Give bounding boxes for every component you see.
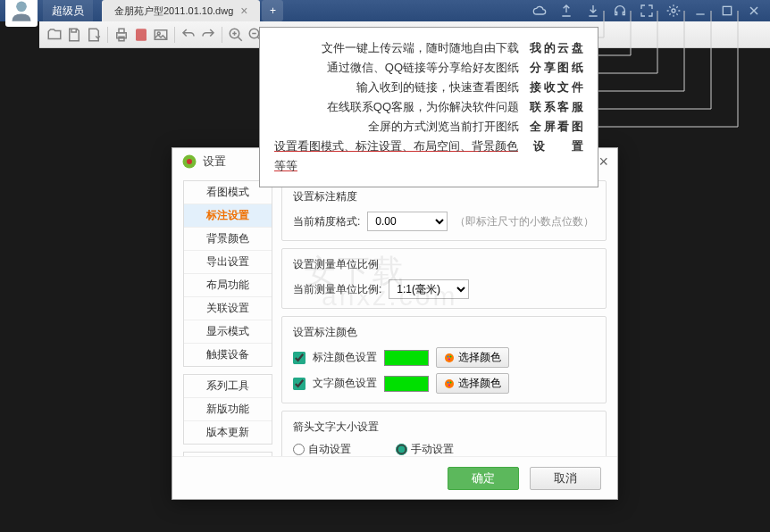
sidebar-item[interactable]: 布局功能 <box>184 274 272 297</box>
ok-button[interactable]: 确定 <box>448 467 519 490</box>
image-icon[interactable] <box>153 27 169 43</box>
svg-point-1 <box>672 9 675 12</box>
palette-icon <box>444 353 455 363</box>
annot-color-check[interactable] <box>293 352 305 364</box>
close-icon[interactable] <box>747 4 761 18</box>
cloud-icon[interactable] <box>532 4 547 18</box>
manual-radio[interactable]: 手动设置 <box>396 442 454 456</box>
fieldset-title: 箭头文字大小设置 <box>289 420 382 435</box>
svg-point-30 <box>448 384 450 386</box>
tooltip-desc: 在线联系QQ客服，为你解决软件问题 <box>327 97 519 117</box>
svg-point-26 <box>448 358 450 360</box>
precision-select[interactable]: 0.00 <box>367 212 448 231</box>
color-fieldset: 设置标注颜色 标注颜色设置 选择颜色 文字颜色设置 选择颜色 <box>281 316 607 403</box>
tooltip-desc: 输入收到的链接，快速查看图纸 <box>356 78 519 97</box>
tooltip-desc: 文件一键上传云端，随时随地自由下载 <box>322 38 519 58</box>
saveas-icon[interactable] <box>86 27 102 43</box>
tooltip-desc: 通过微信、QQ链接等分享给好友图纸 <box>327 58 519 78</box>
arrow-fieldset: 箭头文字大小设置 自动设置 手动设置 标注箭头大小 在屏幕上指定 标注文字大小 … <box>281 411 607 456</box>
minimize-icon[interactable] <box>693 4 707 18</box>
svg-point-24 <box>448 355 449 357</box>
pick-color-button[interactable]: 选择颜色 <box>436 347 509 368</box>
titlebar-right <box>532 4 770 18</box>
precision-fieldset: 设置标注精度 当前精度格式: 0.00 （即标注尺寸的小数点位数） <box>281 180 607 241</box>
cancel-button[interactable]: 取消 <box>530 467 601 490</box>
color-swatch <box>384 350 429 366</box>
tooltip-desc: 设置看图模式、标注设置、布局空间、背景颜色等等 <box>274 137 523 176</box>
svg-line-13 <box>238 37 242 41</box>
open-icon[interactable] <box>46 27 63 43</box>
unit-fieldset: 设置测量单位比例 当前测量单位比例: 1:1(毫米) <box>281 248 607 309</box>
sidebar-item[interactable]: 导出设置 <box>184 251 272 274</box>
fullscreen-icon[interactable] <box>640 4 654 18</box>
settings-icon <box>181 154 197 170</box>
settings-dialog: 设置 × 看图模式 标注设置 背景颜色 导出设置 布局功能 关联设置 显示模式 … <box>172 147 618 500</box>
tooltip-label: 全屏看图 <box>530 117 583 137</box>
zoomin-icon[interactable] <box>228 27 244 43</box>
svg-point-0 <box>16 2 27 12</box>
sidebar-item[interactable]: 新版功能 <box>184 398 272 421</box>
undo-icon[interactable] <box>180 27 197 43</box>
dialog-footer: 确定 取消 <box>172 456 617 499</box>
color-swatch <box>384 376 429 392</box>
tooltip-desc: 全屏的方式浏览当前打开图纸 <box>368 117 519 137</box>
dialog-title: 设置 <box>203 154 226 170</box>
gear-icon[interactable] <box>666 4 681 18</box>
sidebar-item[interactable]: 触摸设备 <box>184 344 272 366</box>
maximize-icon[interactable] <box>720 4 734 18</box>
svg-point-22 <box>187 159 192 164</box>
tooltip-label: 我的云盘 <box>530 38 583 58</box>
label: 文字颜色设置 <box>313 376 377 391</box>
redo-icon[interactable] <box>200 27 216 43</box>
tooltip-label: 分享图纸 <box>530 58 583 78</box>
svg-point-27 <box>445 379 454 388</box>
tooltip-label: 联系客服 <box>530 97 583 117</box>
fieldset-title: 设置标注精度 <box>289 189 361 204</box>
tabs: 金朋苑户型2011.01.10.dwg × + <box>102 0 283 21</box>
sidebar-item[interactable]: 系列工具 <box>184 375 272 398</box>
user-label[interactable]: 超级员 <box>43 0 93 21</box>
fieldset-title: 设置测量单位比例 <box>289 257 382 272</box>
tooltip-panel: 文件一键上传云端，随时随地自由下载我的云盘 通过微信、QQ链接等分享给好友图纸分… <box>259 27 598 187</box>
palette-icon <box>444 378 455 389</box>
tab-new[interactable]: + <box>262 0 283 21</box>
tab-active[interactable]: 金朋苑户型2011.01.10.dwg × <box>102 0 260 21</box>
unit-select[interactable]: 1:1(毫米) <box>389 279 469 299</box>
tooltip-label: 接收文件 <box>530 78 583 97</box>
tab-label: 金朋苑户型2011.01.10.dwg <box>114 4 233 18</box>
hint: （即标注尺寸的小数点位数） <box>455 214 594 229</box>
sidebar-item[interactable]: 版本更新 <box>184 421 272 444</box>
close-icon[interactable]: × <box>598 153 608 171</box>
download-icon[interactable] <box>586 4 600 18</box>
text-color-check[interactable] <box>293 378 305 390</box>
sidebar-item[interactable]: 标注设置 <box>184 204 272 228</box>
close-icon[interactable]: × <box>240 4 247 18</box>
label: 当前精度格式: <box>293 214 360 229</box>
sidebar-item[interactable]: 显示模式 <box>184 320 272 344</box>
upload-icon[interactable] <box>559 4 573 18</box>
sidebar-item[interactable]: 背景颜色 <box>184 228 272 251</box>
headset-icon[interactable] <box>613 4 627 18</box>
svg-point-25 <box>450 355 452 357</box>
svg-rect-3 <box>723 6 731 14</box>
svg-point-23 <box>445 353 454 362</box>
dialog-main: 设置标注精度 当前精度格式: 0.00 （即标注尺寸的小数点位数） 设置测量单位… <box>281 180 607 456</box>
svg-point-28 <box>448 381 449 383</box>
tooltip-label: 设 置 <box>533 137 583 176</box>
dialog-sidebar: 看图模式 标注设置 背景颜色 导出设置 布局功能 关联设置 显示模式 触摸设备 … <box>183 180 272 456</box>
label: 当前测量单位比例: <box>293 282 381 297</box>
label: 标注颜色设置 <box>313 350 377 365</box>
sidebar-item[interactable]: 关联设置 <box>184 297 272 320</box>
titlebar: 超级员 金朋苑户型2011.01.10.dwg × + <box>0 0 770 21</box>
svg-rect-7 <box>119 29 124 33</box>
print-icon[interactable] <box>113 27 130 43</box>
pdf-icon[interactable] <box>133 27 149 43</box>
svg-point-29 <box>450 381 452 383</box>
save-icon[interactable] <box>66 27 82 43</box>
user-avatar[interactable] <box>5 0 38 27</box>
fieldset-title: 设置标注颜色 <box>289 325 361 340</box>
pick-color-button[interactable]: 选择颜色 <box>436 373 509 394</box>
auto-radio[interactable]: 自动设置 <box>293 442 351 456</box>
svg-rect-9 <box>136 29 146 41</box>
